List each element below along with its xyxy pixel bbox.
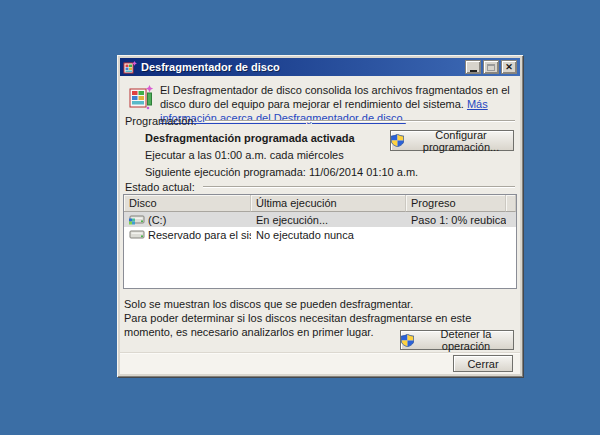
maximize-icon xyxy=(487,64,495,71)
maximize-button[interactable] xyxy=(483,60,499,74)
section-divider xyxy=(205,120,515,122)
column-header-filler xyxy=(506,195,516,212)
dialog-footer: Cerrar xyxy=(120,352,520,374)
configure-schedule-label: Configurar programación... xyxy=(409,129,513,153)
window-title: Desfragmentador de disco xyxy=(141,61,463,73)
disk-last-run: En ejecución... xyxy=(251,214,406,226)
disk-last-run: No ejecutado nunca xyxy=(251,229,406,241)
column-header-progreso[interactable]: Progreso xyxy=(406,195,506,212)
defrag-app-icon xyxy=(123,60,137,74)
footnote-line1: Solo se muestran los discos que se puede… xyxy=(124,297,516,311)
close-icon: ✕ xyxy=(505,63,513,72)
table-row[interactable]: Reservado para el sistema No ejecutado n… xyxy=(124,227,516,242)
minimize-icon xyxy=(470,70,477,72)
configure-schedule-button[interactable]: Configurar programación... xyxy=(390,130,514,151)
column-header-disco[interactable]: Disco xyxy=(124,195,251,212)
disk-progress: Paso 1: 0% reubicado xyxy=(406,214,506,226)
disk-status-table: Disco Última ejecución Progreso xyxy=(123,194,517,289)
estado-label: Estado actual: xyxy=(125,181,195,193)
minimize-button[interactable] xyxy=(465,60,481,74)
disk-running-icon xyxy=(129,213,145,227)
disk-name: (C:) xyxy=(148,214,166,226)
column-header-ultima-ejecucion[interactable]: Última ejecución xyxy=(251,195,406,212)
schedule-status: Desfragmentación programada activada xyxy=(145,132,355,144)
disk-name: Reservado para el sistema xyxy=(148,229,251,241)
disk-icon xyxy=(129,228,145,242)
table-header: Disco Última ejecución Progreso xyxy=(124,195,516,212)
uac-shield-icon xyxy=(391,134,404,147)
section-divider xyxy=(203,186,515,188)
cerrar-button[interactable]: Cerrar xyxy=(453,355,513,372)
programacion-label: Programación: xyxy=(125,115,197,127)
dialog-content: El Desfragmentador de disco consolida lo… xyxy=(120,76,520,374)
schedule-next-run: Siguiente ejecución programada: 11/06/20… xyxy=(145,166,418,178)
stop-operation-button[interactable]: Detener la operación xyxy=(400,330,514,350)
defrag-dialog: Desfragmentador de disco ✕ xyxy=(117,55,523,377)
close-button[interactable]: ✕ xyxy=(501,60,517,74)
schedule-run-time: Ejecutar a las 01:00 a.m. cada miércoles xyxy=(145,149,344,161)
section-estado: Estado actual: xyxy=(125,181,515,193)
defrag-header-icon xyxy=(128,84,154,110)
titlebar[interactable]: Desfragmentador de disco ✕ xyxy=(120,58,520,76)
uac-shield-icon xyxy=(401,334,414,347)
stop-operation-label: Detener la operación xyxy=(419,328,513,352)
table-row[interactable]: (C:) En ejecución... Paso 1: 0% reubicad… xyxy=(124,212,516,227)
description-text: El Desfragmentador de disco consolida lo… xyxy=(160,84,510,110)
section-programacion: Programación: xyxy=(125,115,515,127)
